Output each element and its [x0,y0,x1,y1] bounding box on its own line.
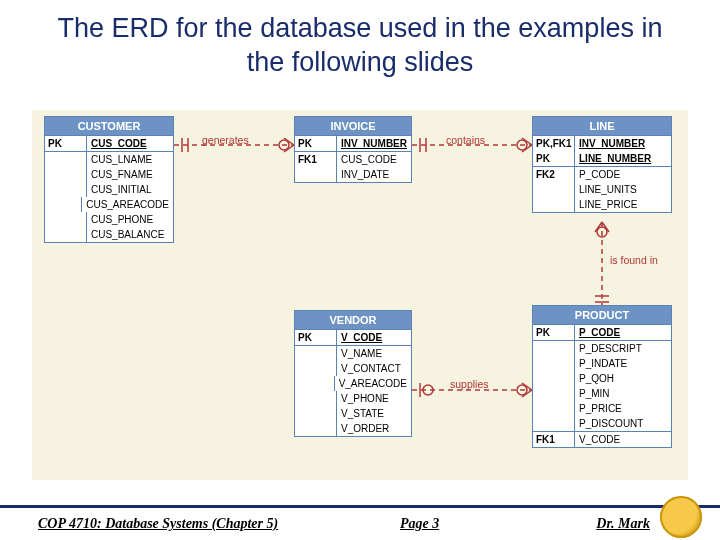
footer-page: Page 3 [400,516,439,532]
entity-header: VENDOR [295,311,411,330]
key-label: PK [295,136,337,151]
entity-header: PRODUCT [533,306,671,325]
entity-line: LINE PK,FK1INV_NUMBER PKLINE_NUMBER FK2P… [532,116,672,213]
attr: P_QOH [575,371,671,386]
pk-attr: INV_NUMBER [337,136,411,151]
footer-divider [0,505,720,508]
footer-right: Dr. Mark [596,516,650,532]
key-label: FK1 [295,152,337,167]
footer-left: COP 4710: Database Systems (Chapter 5) [38,516,278,532]
key-label [295,167,337,182]
entity-product: PRODUCT PK P_CODE P_DESCRIPT P_INDATE P_… [532,305,672,448]
entity-header: CUSTOMER [45,117,173,136]
svg-point-7 [517,140,527,150]
attr: CUS_AREACODE [82,197,173,212]
attr: V_CONTACT [337,361,411,376]
footer: COP 4710: Database Systems (Chapter 5) P… [0,480,720,540]
attr: P_DISCOUNT [575,416,671,431]
rel-contains: contains [446,134,485,146]
attr: LINE_PRICE [575,197,671,212]
erd-canvas: CUSTOMER PK CUS_CODE CUS_LNAME CUS_FNAME… [32,110,688,480]
key-label: PK [533,151,575,166]
ucf-logo-icon [660,496,702,538]
pk-attr: CUS_CODE [87,136,173,151]
key-label: FK1 [533,432,575,447]
attr: CUS_CODE [337,152,411,167]
attr: CUS_PHONE [87,212,173,227]
attr: P_PRICE [575,401,671,416]
entity-header: INVOICE [295,117,411,136]
pk-attr: V_CODE [337,330,411,345]
attr: CUS_FNAME [87,167,173,182]
attr: INV_DATE [337,167,411,182]
attr: P_INDATE [575,356,671,371]
pk-attr: P_CODE [575,325,671,340]
entity-vendor: VENDOR PK V_CODE V_NAME V_CONTACT V_AREA… [294,310,412,437]
svg-point-11 [597,227,607,237]
attr: V_STATE [337,406,411,421]
attr: V_NAME [337,346,411,361]
svg-point-15 [517,385,527,395]
pk-attr: INV_NUMBER [575,136,671,151]
attr: P_CODE [575,167,671,182]
attr: CUS_LNAME [87,152,173,167]
key-label [533,197,575,212]
pk-attr: LINE_NUMBER [575,151,671,166]
attr: P_MIN [575,386,671,401]
attr: CUS_BALANCE [87,227,173,242]
attr: V_PHONE [337,391,411,406]
rel-generates: generates [202,134,249,146]
attr: V_AREACODE [335,376,411,391]
key-label: PK [295,330,337,345]
svg-point-14 [423,385,433,395]
attr: V_CODE [575,432,671,447]
entity-invoice: INVOICE PK INV_NUMBER FK1CUS_CODE INV_DA… [294,116,412,183]
svg-point-3 [279,140,289,150]
entity-customer: CUSTOMER PK CUS_CODE CUS_LNAME CUS_FNAME… [44,116,174,243]
key-label: FK2 [533,167,575,182]
rel-is-found-in: is found in [610,254,658,266]
key-label [533,182,575,197]
rel-supplies: supplies [450,378,489,390]
key-label: PK [533,325,575,340]
attr: P_DESCRIPT [575,341,671,356]
slide-title: The ERD for the database used in the exa… [0,0,720,88]
key-label: PK,FK1 [533,136,575,151]
attr: CUS_INITIAL [87,182,173,197]
attr: LINE_UNITS [575,182,671,197]
entity-header: LINE [533,117,671,136]
attr: V_ORDER [337,421,411,436]
key-label: PK [45,136,87,151]
slide: The ERD for the database used in the exa… [0,0,720,540]
